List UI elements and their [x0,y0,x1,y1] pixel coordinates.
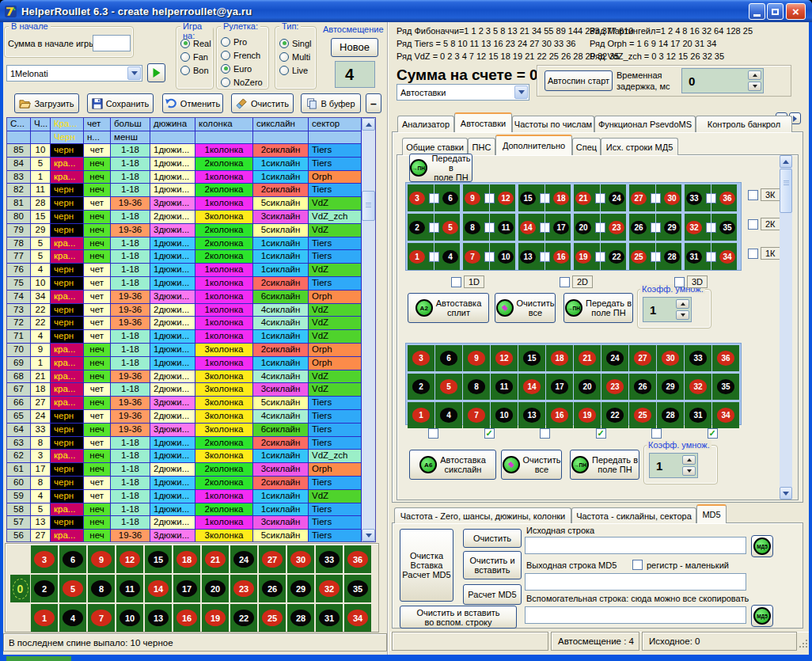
split-block-33-36[interactable]: 3336 [685,184,737,211]
table-row[interactable]: 8510чернчет1-181дюжи...1колонка2сиклайнT… [7,144,362,158]
split-block-3-6[interactable]: 36 [408,184,460,211]
split-block-2-5[interactable]: 25 [408,214,460,241]
coef2-up-icon[interactable] [682,455,696,465]
split-block-1-4[interactable]: 14 [408,243,460,270]
table-row[interactable]: 8015черннеч1-182дюжи...3колонка3сиклайнV… [7,211,362,224]
clear-all-sixline-button[interactable]: Очистить все [501,450,562,480]
column-check-2К[interactable]: 2К [748,218,780,230]
column-checkbox[interactable] [748,219,758,230]
board-cell-17[interactable]: 17 [173,575,200,602]
split-block-31-34[interactable]: 3134 [685,243,737,270]
board-cell-27[interactable]: 27 [259,545,286,573]
delay-up-icon[interactable] [748,70,761,80]
new-autoshift-button[interactable]: Новое [331,38,378,57]
board-cell-31[interactable]: 31 [316,604,343,632]
grid-cell-8[interactable]: 8 [463,374,490,400]
load-button[interactable]: Загрузить [14,93,79,113]
grid-cell-15[interactable]: 15 [518,345,545,371]
grid-cell-36[interactable]: 36 [712,345,739,371]
delay-down-icon[interactable] [748,82,761,91]
table-row[interactable]: 7322чернчет19-362дюжи...1колонка4сиклайн… [7,304,362,317]
grid-cell-28[interactable]: 28 [657,402,684,428]
board-cell-18[interactable]: 18 [173,545,200,573]
grid-cell-20[interactable]: 20 [574,374,601,400]
board-cell-3[interactable]: 3 [31,545,58,573]
title-bar[interactable]: HelperRoullet 6.3 - create helperroullet… [0,0,812,22]
table-row[interactable]: 6524чернчет19-362дюжи...3колонка4сиклайн… [7,410,362,424]
board-cell-5[interactable]: 5 [59,575,86,602]
coef1-down-icon[interactable] [676,310,689,320]
grid-cell-9[interactable]: 9 [463,345,490,371]
board-zero-cell[interactable]: 0 [10,575,30,602]
grid-cell-19[interactable]: 19 [574,402,601,428]
grid-cell-30[interactable]: 30 [657,345,684,371]
radio-option-Multi[interactable]: Multi [279,50,311,63]
grid-cell-12[interactable]: 12 [491,345,518,371]
grid-cell-31[interactable]: 31 [685,402,711,428]
history-scrollbar[interactable] [362,118,375,541]
tab-bottom-1[interactable]: Частота - Zero, шансы, дюжины, колонки [394,507,571,523]
board-cell-6[interactable]: 6 [59,545,86,573]
board-cell-2[interactable]: 2 [31,575,58,602]
tab-sub-3[interactable]: Дополнительно [495,135,572,155]
board-cell-4[interactable]: 4 [59,604,86,632]
radio-option-NoZero[interactable]: NoZero [221,75,263,89]
split-checkbox[interactable] [484,252,495,262]
md5-source-input[interactable] [525,537,746,554]
coef-spinner-2[interactable]: 1 [649,453,698,478]
split-block-13-16[interactable]: 1316 [518,243,571,270]
md5-clear-paste-aux-button[interactable]: Очистить и вставить во вспом. строку [400,606,517,629]
table-row[interactable]: 8211черннеч1-181дюжи...2колонка2сиклайнT… [7,184,362,197]
radio-option-Pro[interactable]: Pro [221,35,263,48]
grid-cell-11[interactable]: 11 [491,374,518,400]
tab-main-3[interactable]: Частоты по числам [512,116,594,132]
split-checkbox[interactable] [484,222,495,233]
column-check-3К[interactable]: 3К [748,188,780,201]
split-checkbox[interactable] [595,222,605,233]
grid-cell-14[interactable]: 14 [518,374,545,400]
split-block-26-29[interactable]: 2629 [629,214,681,241]
split-block-7-10[interactable]: 710 [463,243,515,270]
board-cell-35[interactable]: 35 [344,575,371,602]
split-block-15-18[interactable]: 1518 [518,184,571,211]
coef-spinner-1[interactable]: 1 [643,297,692,322]
grid-cell-25[interactable]: 25 [629,402,656,428]
radio-option-Euro[interactable]: Euro [221,62,263,75]
board-cell-14[interactable]: 14 [145,575,172,602]
radio-option-Singl[interactable]: Singl [279,36,311,50]
md5-aux-input[interactable] [525,606,746,624]
radio-option-Bon[interactable]: Bon [180,63,211,77]
sixline-checkbox-4[interactable]: ✓ [596,428,606,439]
sub-scrollbar-thumb[interactable] [780,169,792,213]
board-cell-26[interactable]: 26 [259,575,286,602]
grid-cell-26[interactable]: 26 [629,374,656,400]
board-cell-25[interactable]: 25 [259,604,286,632]
scroll-down-icon[interactable] [362,529,375,541]
table-row[interactable]: 8128чернчет19-363дюжи...1колонка5сиклайн… [7,197,362,211]
save-button[interactable]: Сохранить [87,93,154,113]
table-row[interactable]: 764чернчет1-181дюжи...1колонка1сиклайнVd… [7,264,362,277]
table-row[interactable]: 6627кра...неч19-363дюжи...3колонка5сикла… [7,397,362,410]
split-checkbox[interactable] [651,193,661,203]
grid-cell-23[interactable]: 23 [601,374,628,400]
tab-main-4[interactable]: Функционал PsevdoMS [594,116,696,132]
table-row[interactable]: 7510чернчет1-181дюжи...1колонка2сиклайнT… [7,277,362,291]
grid-cell-1[interactable]: 1 [408,402,434,428]
tab-bottom-3[interactable]: MD5 [696,504,727,523]
radio-option-Real[interactable]: Real [180,36,211,50]
md5-out-input[interactable] [525,573,746,591]
sixline-checkbox-6[interactable]: ✓ [708,428,718,439]
split-block-20-23[interactable]: 2023 [574,214,626,241]
split-block-19-22[interactable]: 1922 [574,243,626,270]
history-scrollbar-thumb[interactable] [362,191,375,221]
register-checkbox[interactable] [632,560,643,570]
table-row[interactable]: 585кра...неч1-181дюжи...2колонка1сиклайн… [7,503,362,517]
split-block-32-35[interactable]: 3235 [685,214,737,241]
grid-cell-22[interactable]: 22 [601,402,628,428]
board-cell-19[interactable]: 19 [202,604,229,632]
transfer-pn-top-button[interactable]: →ПН Передать в поле ПН [409,154,472,182]
grid-cell-16[interactable]: 16 [546,402,573,428]
grid-cell-18[interactable]: 18 [546,345,573,371]
tab-sub-2[interactable]: ПНС [468,138,495,155]
clear-all-split-button[interactable]: Очистить все [495,293,556,323]
